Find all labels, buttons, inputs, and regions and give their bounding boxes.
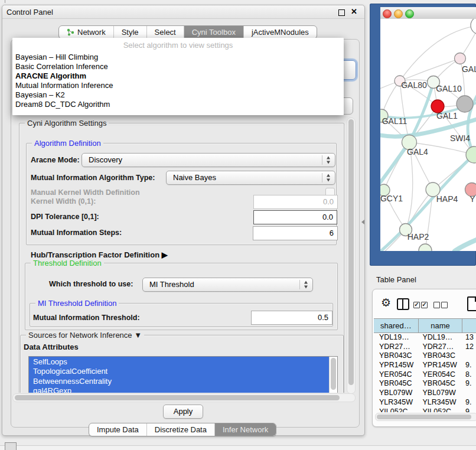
table-row[interactable]: YDR27…YDR27…12 xyxy=(374,343,476,352)
column-header-shared[interactable]: shared… xyxy=(374,319,419,332)
tab-cyni-toolbox[interactable]: Cyni Toolbox xyxy=(184,26,243,38)
table-panel-card: ⚙ ✓ ✓ shared…name YDL19…YDL19…13YDR27…YD… xyxy=(372,289,476,427)
tab-jactivemnodules[interactable]: jActiveMNodules xyxy=(243,26,317,38)
settings-viewport: Cyni Algorithm Settings Algorithm Defini… xyxy=(19,118,345,393)
expand-right-icon[interactable]: ▶ xyxy=(162,250,168,259)
algorithm-popup: Select algorithm to view settings Bayesi… xyxy=(12,38,344,115)
mi-threshold-field[interactable]: 0.5 xyxy=(251,311,332,325)
network-canvas[interactable]: GALGAL80GAL10GAL1GAL11SWI4GAL4GCY1HAP4YH… xyxy=(380,19,476,251)
hub-definition-label[interactable]: Hub/Transcription Factor Definition ▶ xyxy=(31,250,168,259)
table-row[interactable]: YPR145WYPR145W9. xyxy=(374,361,476,370)
minimize-traffic-light-icon[interactable] xyxy=(394,9,403,18)
apply-button[interactable]: Apply xyxy=(163,405,203,419)
table-cell: YBR045C xyxy=(374,379,417,389)
group-title: Threshold Definition xyxy=(31,259,104,268)
tab-network[interactable]: Network xyxy=(59,26,113,38)
network-node-node-gray[interactable] xyxy=(457,96,473,112)
table-row[interactable]: YLR345WYLR345W9. xyxy=(374,398,476,407)
scrollbar-thumb[interactable] xyxy=(331,358,336,390)
network-node-node-top-partial[interactable] xyxy=(471,19,476,34)
aracne-mode-combo[interactable]: Discovery xyxy=(81,153,335,167)
tab-discretize-data[interactable]: Discretize Data xyxy=(146,423,214,436)
panel-splitter-arrow[interactable] xyxy=(361,220,364,224)
panel-corner-button[interactable] xyxy=(5,442,17,450)
algorithm-option-basic-correlation-inference[interactable]: Basic Correlation Inference xyxy=(15,62,341,71)
horizontal-scrollbar[interactable] xyxy=(12,393,356,402)
network-node-node-pink-top[interactable] xyxy=(455,53,466,64)
algorithm-option-dream8-dc-tdc-algorithm[interactable]: Dream8 DC_TDC Algorithm xyxy=(15,100,341,109)
column-header-name[interactable]: name xyxy=(419,319,463,332)
node-label-gal: GAL xyxy=(462,64,476,74)
close-icon[interactable]: ✕ xyxy=(351,7,357,16)
algorithm-option-aracne-algorithm[interactable]: ARACNE Algorithm xyxy=(15,71,341,81)
table-header: shared…name xyxy=(374,318,476,333)
group-title[interactable]: Sources for Network Inference ▼ xyxy=(26,331,144,340)
table-panel-title: Table Panel xyxy=(376,275,416,284)
dpi-tolerance-field[interactable]: 0.0 xyxy=(253,210,337,224)
tab-select[interactable]: Select xyxy=(146,26,184,38)
table-cell: 9. xyxy=(460,379,476,389)
attribute-item-gal4rgexp[interactable]: gal4RGexp xyxy=(29,386,329,393)
tab-label: Impute Data xyxy=(97,425,139,434)
network-node-node-bottom-partial[interactable] xyxy=(419,244,432,251)
collapse-down-icon[interactable]: ▼ xyxy=(134,331,142,340)
table-horizontal-scrollbar[interactable] xyxy=(375,413,476,421)
mi-steps-field[interactable]: 6 xyxy=(253,226,338,240)
top-tab-bar: NetworkStyleSelectCyni ToolboxjActiveMNo… xyxy=(58,25,317,39)
algorithm-option-mutual-information-inference[interactable]: Mutual Information Inference xyxy=(15,81,341,90)
document-icon[interactable] xyxy=(467,296,476,311)
table-row[interactable]: YBR043CYBR043C xyxy=(374,351,476,361)
table-body: YDL19…YDL19…13YDR27…YDR27…12YBR043CYBR04… xyxy=(374,333,476,412)
node-label-hap4: HAP4 xyxy=(436,194,458,204)
select-all-icon[interactable]: ✓ xyxy=(421,302,428,308)
node-label-y: Y xyxy=(470,194,475,204)
tab-label: Network xyxy=(77,28,106,37)
gear-icon[interactable]: ⚙ xyxy=(381,297,391,308)
scrollbar-thumb[interactable] xyxy=(377,415,471,419)
close-traffic-light-icon[interactable] xyxy=(383,9,392,18)
scrollbar-thumb[interactable] xyxy=(15,395,340,400)
node-label-gcy1: GCY1 xyxy=(380,194,403,203)
attribute-items: SelfLoopsTopologicalCoefficientBetweenne… xyxy=(29,357,329,393)
dpi-tolerance-label: DPI Tolerance [0,1]: xyxy=(31,213,99,221)
control-panel-titlebar: Control Panel ✕ xyxy=(2,5,364,19)
column-header-3[interactable] xyxy=(462,319,476,332)
tab-impute-data[interactable]: Impute Data xyxy=(89,423,146,436)
vertical-scrollbar[interactable] xyxy=(347,118,356,394)
deselect-all-icon[interactable] xyxy=(441,302,448,308)
float-window-icon[interactable] xyxy=(338,9,345,16)
data-attributes-list: SelfLoopsTopologicalCoefficientBetweenne… xyxy=(28,356,338,393)
network-edge-thick[interactable] xyxy=(455,238,476,251)
mi-algorithm-type-combo[interactable]: Naive Bayes xyxy=(166,171,335,185)
attribute-item-selfloops[interactable]: SelfLoops xyxy=(29,357,329,366)
scrollbar-thumb[interactable] xyxy=(348,119,354,385)
select-all-icon[interactable]: ✓ xyxy=(413,302,420,308)
table-cell: 9. xyxy=(460,398,476,407)
algorithm-option-bayesian-hill-climbing[interactable]: Bayesian – Hill Climbing xyxy=(15,53,341,62)
table-cell: YDL19… xyxy=(374,333,417,343)
group-title: Cyni Algorithm Settings xyxy=(25,119,109,128)
table-row[interactable]: YBR045CYBR045C9. xyxy=(374,379,476,389)
attribute-item-betweennesscentrality[interactable]: BetweennessCentrality xyxy=(29,376,329,386)
edge-artifact xyxy=(5,0,5,3)
tab-label: Select xyxy=(155,28,176,37)
data-attributes-label: Data Attributes xyxy=(24,343,79,351)
zoom-traffic-light-icon[interactable] xyxy=(405,9,414,18)
list-scrollbar[interactable] xyxy=(329,357,337,393)
tab-style[interactable]: Style xyxy=(113,26,146,38)
deselect-all-icon[interactable] xyxy=(433,302,440,308)
table-cell: YBR045C xyxy=(417,379,460,389)
which-threshold-combo[interactable]: MI Threshold xyxy=(142,278,313,292)
network-edge-thick[interactable] xyxy=(380,142,409,187)
kernel-width-field[interactable]: 0.0 xyxy=(253,195,338,209)
network-window-titlebar[interactable] xyxy=(380,7,476,19)
network-edge[interactable] xyxy=(400,81,409,142)
algorithm-option-bayesian-k2[interactable]: Bayesian – K2 xyxy=(15,90,341,100)
split-view-icon[interactable] xyxy=(397,298,409,310)
table-row[interactable]: YBL079WYBL079W xyxy=(374,389,476,398)
table-row[interactable]: YDL19…YDL19…13 xyxy=(374,333,476,343)
table-row[interactable]: YER054CYER054C8. xyxy=(374,370,476,380)
table-row[interactable]: YIL052CYIL052C9 xyxy=(374,407,476,413)
attribute-item-topologicalcoefficient[interactable]: TopologicalCoefficient xyxy=(29,366,329,376)
tab-infer-network[interactable]: Infer Network xyxy=(214,423,276,436)
